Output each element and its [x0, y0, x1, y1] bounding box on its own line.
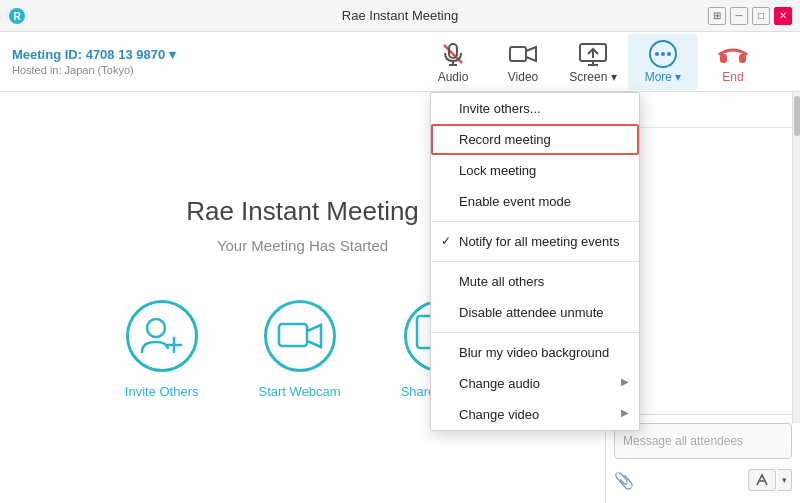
lock-meeting-item[interactable]: Lock meeting	[431, 155, 639, 186]
main-title: Rae Instant Meeting	[186, 196, 419, 227]
toolbar-actions: Audio Video Scree	[418, 34, 768, 90]
notify-events-item[interactable]: Notify for all meeting events	[431, 226, 639, 257]
invite-others-item[interactable]: Invite others...	[431, 93, 639, 124]
action-icons: Invite Others Start Webcam	[125, 300, 480, 399]
invite-icon	[126, 300, 198, 372]
svg-rect-6	[510, 47, 526, 61]
close-btn[interactable]: ✕	[774, 7, 792, 25]
chat-placeholder: Message all attendees	[623, 434, 783, 448]
toolbar: Meeting ID: 4708 13 9870 ▾ Hosted in: Ja…	[0, 32, 800, 92]
main-subtitle: Your Meeting Has Started	[217, 237, 388, 254]
webcam-icon	[264, 300, 336, 372]
svg-point-14	[667, 52, 671, 56]
chat-input-wrap[interactable]: Message all attendees	[614, 423, 792, 459]
scroll-bar[interactable]	[792, 92, 800, 423]
chat-bottom: 📎 ▾	[614, 465, 792, 495]
audio-label: Audio	[438, 70, 469, 84]
mute-all-item[interactable]: Mute all others	[431, 266, 639, 297]
more-icon	[647, 40, 679, 68]
app-icon: R	[8, 7, 26, 25]
title-bar: R Rae Instant Meeting ⊞ ─ □ ✕	[0, 0, 800, 32]
enable-event-mode-item[interactable]: Enable event mode	[431, 186, 639, 217]
minimize-btn[interactable]: ─	[730, 7, 748, 25]
disable-unmute-item[interactable]: Disable attendee unmute	[431, 297, 639, 328]
screen-label: Screen ▾	[569, 70, 616, 84]
more-dropdown: Invite others... Record meeting Lock mee…	[430, 92, 640, 431]
grid-btn[interactable]: ⊞	[708, 7, 726, 25]
menu-divider-3	[431, 332, 639, 333]
end-icon	[717, 40, 749, 68]
video-icon	[507, 40, 539, 68]
video-label: Video	[508, 70, 538, 84]
window-title: Rae Instant Meeting	[342, 8, 458, 23]
svg-rect-15	[720, 54, 727, 63]
menu-divider-2	[431, 261, 639, 262]
blur-background-item[interactable]: Blur my video background	[431, 337, 639, 368]
end-button[interactable]: End	[698, 34, 768, 90]
send-area: ▾	[748, 469, 792, 491]
screen-icon	[577, 40, 609, 68]
invite-label: Invite Others	[125, 384, 199, 399]
more-button[interactable]: More ▾	[628, 34, 698, 90]
invite-action[interactable]: Invite Others	[125, 300, 199, 399]
meeting-host: Hosted in: Japan (Tokyo)	[12, 64, 176, 76]
svg-rect-20	[279, 324, 307, 346]
menu-divider-1	[431, 221, 639, 222]
svg-text:R: R	[13, 11, 21, 22]
maximize-btn[interactable]: □	[752, 7, 770, 25]
svg-point-17	[147, 319, 165, 337]
send-button[interactable]	[748, 469, 776, 491]
svg-point-13	[661, 52, 665, 56]
webcam-label: Start Webcam	[259, 384, 341, 399]
meeting-id[interactable]: Meeting ID: 4708 13 9870 ▾	[12, 47, 176, 62]
paperclip-icon[interactable]: 📎	[614, 471, 634, 490]
change-video-item[interactable]: Change video	[431, 399, 639, 430]
change-audio-item[interactable]: Change audio	[431, 368, 639, 399]
window-controls: ⊞ ─ □ ✕	[708, 7, 792, 25]
screen-button[interactable]: Screen ▾	[558, 34, 628, 90]
end-label: End	[722, 70, 743, 84]
send-dropdown-button[interactable]: ▾	[778, 469, 792, 491]
video-button[interactable]: Video	[488, 34, 558, 90]
scroll-thumb	[794, 96, 800, 136]
audio-button[interactable]: Audio	[418, 34, 488, 90]
meeting-info: Meeting ID: 4708 13 9870 ▾ Hosted in: Ja…	[12, 47, 176, 76]
main-area: Rae Instant Meeting Your Meeting Has Sta…	[0, 92, 800, 503]
webcam-action[interactable]: Start Webcam	[259, 300, 341, 399]
svg-point-12	[655, 52, 659, 56]
record-meeting-item[interactable]: Record meeting	[431, 124, 639, 155]
audio-muted-icon	[437, 40, 469, 68]
more-label: More ▾	[645, 70, 682, 84]
svg-rect-16	[739, 54, 746, 63]
